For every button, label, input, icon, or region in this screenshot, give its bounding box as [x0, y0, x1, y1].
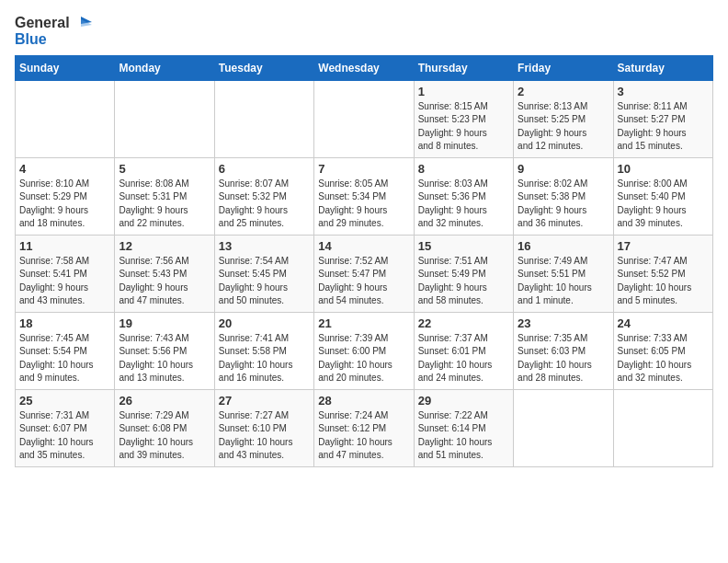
calendar-cell [214, 80, 313, 157]
calendar-cell: 14Sunrise: 7:52 AM Sunset: 5:47 PM Dayli… [314, 235, 414, 312]
day-number: 29 [418, 394, 509, 408]
day-info: Sunrise: 7:37 AM Sunset: 6:01 PM Dayligh… [418, 332, 509, 385]
day-info: Sunrise: 7:29 AM Sunset: 6:08 PM Dayligh… [119, 409, 210, 463]
calendar-cell: 3Sunrise: 8:11 AM Sunset: 5:27 PM Daylig… [613, 80, 712, 157]
calendar-cell: 27Sunrise: 7:27 AM Sunset: 6:10 PM Dayli… [214, 389, 313, 466]
calendar-cell: 24Sunrise: 7:33 AM Sunset: 6:05 PM Dayli… [613, 312, 712, 389]
weekday-header-monday: Monday [115, 55, 214, 80]
calendar-table: SundayMondayTuesdayWednesdayThursdayFrid… [15, 55, 713, 467]
day-number: 6 [219, 162, 310, 176]
day-number: 9 [518, 162, 609, 176]
calendar-cell: 25Sunrise: 7:31 AM Sunset: 6:07 PM Dayli… [16, 389, 115, 466]
day-info: Sunrise: 7:49 AM Sunset: 5:51 PM Dayligh… [518, 255, 609, 308]
calendar-cell: 28Sunrise: 7:24 AM Sunset: 6:12 PM Dayli… [314, 389, 414, 466]
weekday-header-tuesday: Tuesday [214, 55, 313, 80]
calendar-cell: 21Sunrise: 7:39 AM Sunset: 6:00 PM Dayli… [314, 312, 414, 389]
calendar-cell: 6Sunrise: 8:07 AM Sunset: 5:32 PM Daylig… [214, 157, 313, 235]
day-info: Sunrise: 8:08 AM Sunset: 5:31 PM Dayligh… [119, 178, 210, 231]
calendar-cell [115, 80, 214, 157]
day-info: Sunrise: 8:10 AM Sunset: 5:29 PM Dayligh… [19, 178, 110, 231]
day-number: 14 [318, 239, 409, 253]
day-info: Sunrise: 8:13 AM Sunset: 5:25 PM Dayligh… [518, 100, 609, 154]
calendar-cell [16, 80, 115, 157]
day-number: 17 [618, 239, 709, 253]
calendar-cell: 2Sunrise: 8:13 AM Sunset: 5:25 PM Daylig… [514, 80, 613, 157]
calendar-cell: 7Sunrise: 8:05 AM Sunset: 5:34 PM Daylig… [314, 157, 414, 235]
day-info: Sunrise: 8:05 AM Sunset: 5:34 PM Dayligh… [318, 178, 409, 231]
day-number: 19 [119, 316, 210, 330]
calendar-cell: 13Sunrise: 7:54 AM Sunset: 5:45 PM Dayli… [214, 235, 313, 312]
day-info: Sunrise: 7:27 AM Sunset: 6:10 PM Dayligh… [219, 409, 310, 463]
day-info: Sunrise: 8:02 AM Sunset: 5:38 PM Dayligh… [518, 178, 609, 231]
day-number: 23 [518, 316, 609, 330]
day-info: Sunrise: 8:03 AM Sunset: 5:36 PM Dayligh… [418, 178, 509, 231]
logo: General Blue [15, 15, 92, 48]
logo-general-text: General [15, 15, 70, 31]
day-number: 16 [518, 239, 609, 253]
calendar-cell [613, 389, 712, 466]
day-info: Sunrise: 7:47 AM Sunset: 5:52 PM Dayligh… [618, 255, 709, 308]
day-info: Sunrise: 7:45 AM Sunset: 5:54 PM Dayligh… [19, 332, 110, 385]
calendar-cell: 22Sunrise: 7:37 AM Sunset: 6:01 PM Dayli… [414, 312, 513, 389]
day-number: 2 [518, 85, 609, 98]
day-info: Sunrise: 7:52 AM Sunset: 5:47 PM Dayligh… [318, 255, 409, 308]
day-info: Sunrise: 7:54 AM Sunset: 5:45 PM Dayligh… [219, 255, 310, 308]
day-info: Sunrise: 7:35 AM Sunset: 6:03 PM Dayligh… [518, 332, 609, 385]
calendar-cell: 1Sunrise: 8:15 AM Sunset: 5:23 PM Daylig… [414, 80, 513, 157]
calendar-cell: 29Sunrise: 7:22 AM Sunset: 6:14 PM Dayli… [414, 389, 513, 466]
calendar-cell: 12Sunrise: 7:56 AM Sunset: 5:43 PM Dayli… [115, 235, 214, 312]
day-number: 4 [19, 162, 110, 176]
calendar-cell [514, 389, 613, 466]
day-number: 1 [418, 85, 509, 98]
calendar-cell [314, 80, 414, 157]
day-number: 7 [318, 162, 409, 176]
day-info: Sunrise: 7:41 AM Sunset: 5:58 PM Dayligh… [219, 332, 310, 385]
day-number: 8 [418, 162, 509, 176]
header: General Blue [15, 15, 713, 48]
day-info: Sunrise: 7:56 AM Sunset: 5:43 PM Dayligh… [119, 255, 210, 308]
day-info: Sunrise: 7:22 AM Sunset: 6:14 PM Dayligh… [418, 409, 509, 463]
day-info: Sunrise: 8:15 AM Sunset: 5:23 PM Dayligh… [418, 100, 509, 154]
day-number: 13 [219, 239, 310, 253]
day-info: Sunrise: 7:51 AM Sunset: 5:49 PM Dayligh… [418, 255, 509, 308]
calendar-cell: 17Sunrise: 7:47 AM Sunset: 5:52 PM Dayli… [613, 235, 712, 312]
day-info: Sunrise: 7:58 AM Sunset: 5:41 PM Dayligh… [19, 255, 110, 308]
day-number: 26 [119, 394, 210, 408]
logo-bird-icon [72, 15, 92, 31]
calendar-cell: 8Sunrise: 8:03 AM Sunset: 5:36 PM Daylig… [414, 157, 513, 235]
day-number: 3 [618, 85, 709, 98]
day-number: 24 [618, 316, 709, 330]
weekday-header-friday: Friday [514, 55, 613, 80]
day-number: 22 [418, 316, 509, 330]
calendar-cell: 5Sunrise: 8:08 AM Sunset: 5:31 PM Daylig… [115, 157, 214, 235]
day-number: 25 [19, 394, 110, 408]
calendar-cell: 11Sunrise: 7:58 AM Sunset: 5:41 PM Dayli… [16, 235, 115, 312]
day-info: Sunrise: 7:24 AM Sunset: 6:12 PM Dayligh… [318, 409, 409, 463]
calendar-cell: 16Sunrise: 7:49 AM Sunset: 5:51 PM Dayli… [514, 235, 613, 312]
weekday-header-wednesday: Wednesday [314, 55, 414, 80]
weekday-header-saturday: Saturday [613, 55, 712, 80]
calendar-cell: 10Sunrise: 8:00 AM Sunset: 5:40 PM Dayli… [613, 157, 712, 235]
calendar-cell: 20Sunrise: 7:41 AM Sunset: 5:58 PM Dayli… [214, 312, 313, 389]
calendar-cell: 18Sunrise: 7:45 AM Sunset: 5:54 PM Dayli… [16, 312, 115, 389]
calendar-cell: 4Sunrise: 8:10 AM Sunset: 5:29 PM Daylig… [16, 157, 115, 235]
calendar-cell: 15Sunrise: 7:51 AM Sunset: 5:49 PM Dayli… [414, 235, 513, 312]
day-number: 18 [19, 316, 110, 330]
day-number: 15 [418, 239, 509, 253]
calendar-cell: 9Sunrise: 8:02 AM Sunset: 5:38 PM Daylig… [514, 157, 613, 235]
calendar-cell: 19Sunrise: 7:43 AM Sunset: 5:56 PM Dayli… [115, 312, 214, 389]
day-number: 21 [318, 316, 409, 330]
day-info: Sunrise: 8:07 AM Sunset: 5:32 PM Dayligh… [219, 178, 310, 231]
weekday-header-thursday: Thursday [414, 55, 513, 80]
day-info: Sunrise: 7:33 AM Sunset: 6:05 PM Dayligh… [618, 332, 709, 385]
day-number: 10 [618, 162, 709, 176]
day-number: 20 [219, 316, 310, 330]
day-number: 27 [219, 394, 310, 408]
day-info: Sunrise: 8:00 AM Sunset: 5:40 PM Dayligh… [618, 178, 709, 231]
day-number: 12 [119, 239, 210, 253]
day-info: Sunrise: 7:39 AM Sunset: 6:00 PM Dayligh… [318, 332, 409, 385]
weekday-header-sunday: Sunday [16, 55, 115, 80]
calendar-cell: 23Sunrise: 7:35 AM Sunset: 6:03 PM Dayli… [514, 312, 613, 389]
day-info: Sunrise: 7:31 AM Sunset: 6:07 PM Dayligh… [19, 409, 110, 463]
calendar-cell: 26Sunrise: 7:29 AM Sunset: 6:08 PM Dayli… [115, 389, 214, 466]
